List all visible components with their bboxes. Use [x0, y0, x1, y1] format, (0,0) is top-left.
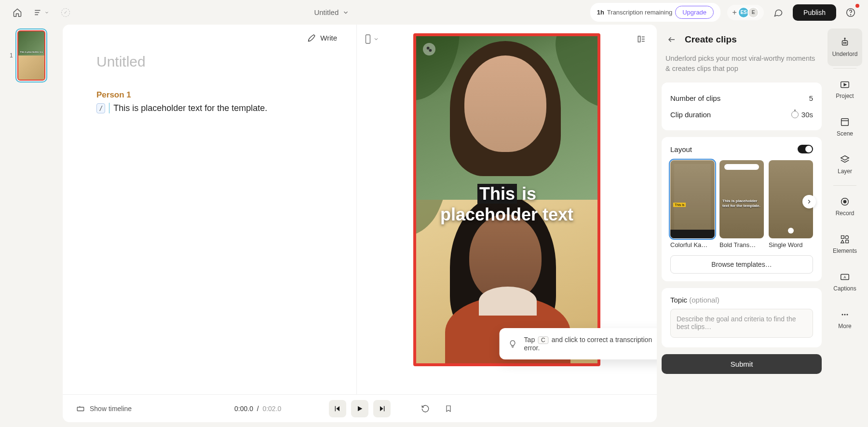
layout-label-2: Single Word	[769, 241, 813, 248]
scene-index: 1	[10, 52, 13, 59]
phone-icon	[365, 34, 371, 44]
play-icon	[356, 405, 364, 413]
rail-project[interactable]: Project	[827, 70, 862, 108]
svg-point-20	[843, 42, 844, 43]
layout-option-colorful[interactable]: This is Colorful Ka…	[670, 160, 715, 248]
topbar-left: ✓	[10, 5, 73, 20]
svg-text:A: A	[844, 275, 846, 279]
device-preview-dropdown[interactable]	[365, 31, 379, 47]
logo-icon	[426, 46, 433, 53]
duration-value: 30s	[801, 110, 813, 119]
comments-button[interactable]	[771, 5, 786, 20]
svg-marker-25	[844, 83, 846, 86]
topic-card: Topic (optional)	[662, 288, 822, 347]
rail-more[interactable]: More	[827, 301, 862, 338]
rail-captions[interactable]: A Captions	[827, 263, 862, 301]
publish-button[interactable]: Publish	[793, 4, 836, 21]
layout-toggle[interactable]	[798, 145, 813, 153]
scene-icon	[840, 117, 850, 127]
browse-templates-button[interactable]: Browse templates…	[670, 255, 813, 274]
clip-settings-card: Number of clips 5 Clip duration 30s	[662, 83, 822, 130]
scene-thumbnails-column: 1 This is placeholder tex	[5, 25, 58, 422]
bookmark-button[interactable]	[441, 401, 456, 416]
rail-elements[interactable]: Elements	[827, 225, 862, 263]
transcription-label: Transcription remaining	[607, 9, 672, 16]
menu-dropdown-button[interactable]	[34, 5, 49, 20]
help-button[interactable]	[843, 5, 858, 20]
layouts-next-button[interactable]	[802, 195, 816, 208]
show-timeline-label: Show timeline	[90, 405, 132, 413]
play-button[interactable]	[351, 400, 368, 417]
panel-back-button[interactable]	[665, 33, 678, 46]
slash-command-chip[interactable]: /	[96, 103, 105, 113]
svg-point-37	[842, 314, 843, 316]
collaborators: + ES E	[727, 5, 764, 20]
write-button[interactable]: Write	[308, 33, 337, 42]
help-icon	[845, 7, 856, 18]
show-timeline-button[interactable]: Show timeline	[76, 404, 132, 413]
watermark-badge	[423, 43, 435, 55]
transcript-column: Write Untitled Person 1 / This is placeh…	[63, 25, 357, 394]
panel-description: Underlord picks your most viral-worthy m…	[662, 54, 822, 76]
more-icon	[840, 309, 850, 320]
layout-label-1: Bold Trans…	[719, 241, 764, 248]
clip-duration-row[interactable]: Clip duration 30s	[670, 106, 813, 123]
rail-scene[interactable]: Scene	[827, 108, 862, 146]
rail-label: Elements	[833, 248, 857, 254]
bookmark-icon	[445, 404, 452, 413]
video-preview[interactable]: This is placeholder text	[413, 33, 600, 366]
upgrade-button[interactable]: Upgrade	[675, 6, 714, 19]
svg-point-30	[843, 200, 846, 203]
loop-button[interactable]	[418, 401, 433, 416]
number-of-clips-row[interactable]: Number of clips 5	[670, 90, 813, 106]
skip-back-button[interactable]	[329, 400, 346, 417]
svg-point-23	[844, 38, 845, 39]
scene-thumbnail-image: This is placeholder tex	[17, 30, 45, 81]
layout-presets-button[interactable]	[634, 31, 649, 47]
notification-dot	[855, 4, 859, 8]
avatar-e[interactable]: E	[747, 7, 759, 18]
rail-label: Underlord	[832, 51, 858, 57]
pen-icon	[308, 33, 316, 42]
rail-label: Layer	[838, 168, 852, 175]
rail-label: Project	[836, 93, 854, 99]
doc-title-dropdown[interactable]: Untitled	[314, 8, 349, 16]
submit-button[interactable]: Submit	[662, 354, 822, 374]
scene-thumbnail-1[interactable]: 1 This is placeholder tex	[15, 28, 47, 83]
layout-option-bold[interactable]: This is placeholder text for the templat…	[719, 160, 764, 248]
rail-layer[interactable]: Layer	[827, 146, 862, 183]
skip-back-icon	[334, 405, 341, 413]
transcript-text: This is placeholder text for the templat…	[113, 103, 267, 113]
layout-label-0: Colorful Ka…	[670, 241, 715, 248]
home-button[interactable]	[10, 5, 25, 20]
svg-point-39	[847, 314, 848, 316]
transcript-line[interactable]: / This is placeholder text for the templ…	[96, 103, 337, 113]
underlord-icon	[840, 37, 850, 48]
layout-list-icon	[637, 35, 646, 43]
layout-templates: This is Colorful Ka… This is placeholder…	[670, 160, 813, 248]
doc-title-placeholder[interactable]: Untitled	[96, 54, 337, 70]
skip-forward-button[interactable]	[373, 400, 391, 417]
create-clips-panel: Create clips Underlord picks your most v…	[662, 25, 822, 422]
rail-record[interactable]: Record	[827, 188, 862, 225]
topbar-right: 1h Transcription remaining Upgrade + ES …	[590, 3, 858, 22]
caption-line-2: placeholder text	[416, 204, 597, 225]
chevron-down-icon	[342, 9, 349, 16]
keyboard-key-c: C	[538, 336, 549, 344]
speaker-name[interactable]: Person 1	[96, 90, 337, 100]
write-label: Write	[320, 34, 337, 42]
rail-underlord[interactable]: Underlord	[827, 28, 862, 66]
doc-title: Untitled	[314, 8, 339, 16]
transcription-qty: 1h	[597, 9, 604, 16]
skip-forward-icon	[378, 405, 386, 413]
svg-rect-12	[77, 407, 84, 411]
layer-icon	[840, 154, 850, 165]
svg-point-32	[845, 236, 849, 239]
home-icon	[13, 8, 22, 17]
svg-marker-13	[336, 406, 339, 411]
num-clips-label: Number of clips	[670, 94, 720, 102]
approve-button[interactable]: ✓	[58, 5, 73, 20]
topic-input[interactable]	[670, 309, 813, 338]
panel-title: Create clips	[685, 34, 737, 45]
rail-label: Captions	[833, 285, 856, 292]
